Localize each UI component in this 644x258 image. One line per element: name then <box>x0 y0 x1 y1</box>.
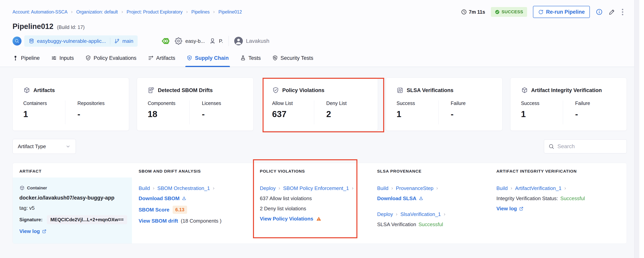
rerun-pipeline-button[interactable]: Re-run Pipeline <box>533 6 590 18</box>
chevron-right-icon <box>564 187 567 190</box>
git-branch-icon <box>114 38 120 44</box>
tab-inputs[interactable]: Inputs <box>51 50 74 67</box>
step-link[interactable]: ProvenanceStep <box>396 185 434 191</box>
artifact-type-dropdown[interactable]: Artifact Type <box>12 139 76 154</box>
tab-pipeline[interactable]: Pipeline <box>12 50 40 67</box>
stat-value: 1 <box>396 109 438 119</box>
tab-tests[interactable]: Tests <box>240 50 261 67</box>
view-log-link[interactable]: View log <box>19 228 47 234</box>
search-icon <box>548 144 554 149</box>
gear-icon <box>175 37 182 45</box>
edit-pencil-icon[interactable] <box>608 8 615 15</box>
header-actions: 7m 11s SUCCESS Re-run Pipeline <box>461 6 624 18</box>
tab-label: Security Tests <box>280 55 314 61</box>
view-log-text: View log <box>19 228 40 234</box>
signature-value[interactable]: MEQCICde2Vjl...L+2+mqnOXw== <box>47 215 127 224</box>
rerun-label: Re-run Pipeline <box>546 9 585 15</box>
trigger-pipeline-label[interactable]: easy-b... <box>185 38 205 44</box>
tab-label: Inputs <box>60 55 74 61</box>
page-title: Pipeline012 <box>12 22 53 31</box>
column-header-artifact-integrity: ARTIFACT INTEGRITY VERIFICATION <box>490 163 626 178</box>
artifacts-table: ARTIFACT SBOM AND DRIFT ANALYSIS POLICY … <box>12 163 627 244</box>
stat-value: - <box>78 109 118 119</box>
table-header-row: ARTIFACT SBOM AND DRIFT ANALYSIS POLICY … <box>13 163 626 178</box>
tab-security-tests[interactable]: Security Tests <box>272 50 314 67</box>
download-sbom-text: Download SBOM <box>138 196 180 202</box>
breadcrumb-pipeline012[interactable]: Pipeline012 <box>218 10 242 15</box>
stat-label: Repositories <box>78 100 118 106</box>
trigger-user-label: P. <box>219 38 223 44</box>
scrollbar-track[interactable] <box>634 0 639 258</box>
pipeline-icon <box>12 55 18 61</box>
step-link[interactable]: SBOM Orchestration_1 <box>158 185 210 191</box>
view-log-text: View log <box>496 206 517 212</box>
stage-link[interactable]: Deploy <box>377 211 393 217</box>
tab-policy-evaluations[interactable]: Policy Evaluations <box>85 50 136 67</box>
warning-triangle-icon <box>316 216 322 222</box>
codebase-icon <box>12 36 22 46</box>
stat-value: 1 <box>521 109 563 119</box>
user-name-label: Lavakush <box>246 38 270 44</box>
card-title: Detected SBOM Drifts <box>158 87 213 94</box>
deployment-icon <box>209 38 216 44</box>
breadcrumb-organization[interactable]: Organization: default <box>76 10 118 15</box>
step-link[interactable]: SlsaVerification_1 <box>400 211 441 217</box>
kebab-menu-icon[interactable] <box>621 8 624 16</box>
filter-row: Artifact Type <box>12 139 627 154</box>
step-link[interactable]: SBOM Policy Enforcement_1 <box>283 185 349 191</box>
search-input[interactable] <box>558 143 622 150</box>
build-id-label: (Build Id: 17) <box>57 24 85 30</box>
info-icon[interactable] <box>596 8 603 16</box>
stage-link[interactable]: Build <box>138 185 150 191</box>
flask-icon <box>240 55 246 61</box>
sbom-score-link[interactable]: SBOM Score <box>138 207 170 213</box>
tab-label: Policy Evaluations <box>94 55 136 61</box>
column-header-sbom: SBOM AND DRIFT ANALYSIS <box>132 163 253 178</box>
download-slsa-link[interactable]: Download SLSA <box>377 196 424 202</box>
stage-link[interactable]: Deploy <box>260 185 276 191</box>
chevron-right-icon <box>443 213 446 216</box>
refresh-icon <box>538 9 544 15</box>
webhook-trigger-icon <box>161 36 170 46</box>
sbom-cell: Build SBOM Orchestration_1 Download SBOM… <box>132 178 253 244</box>
drift-components-count: (18 Components ) <box>181 218 222 224</box>
breadcrumb-account[interactable]: Account: Automation-SSCA <box>12 10 68 15</box>
stat-label: Components <box>148 100 190 106</box>
repository-link[interactable]: easybuggy-vulnerable-applic... <box>37 38 106 44</box>
cube-icon <box>23 87 30 94</box>
step-link[interactable]: ArtifactVerification_1 <box>515 185 562 191</box>
slsa-icon <box>396 87 404 94</box>
column-header-artifact: ARTIFACT <box>13 163 132 178</box>
deny-list-violations: 2 Deny list violations <box>260 206 306 212</box>
card-artifact-integrity: Artifact Integrity Verification Success1… <box>510 78 627 131</box>
branch-link[interactable]: main <box>122 38 133 44</box>
column-header-slsa-provenance: SLSA PROVENANCE <box>370 163 490 178</box>
stat-value: - <box>202 109 242 119</box>
stage-link[interactable]: Build <box>377 185 388 191</box>
card-sbom-drifts: Detected SBOM Drifts Components18 Licens… <box>137 78 254 131</box>
breadcrumb-pipelines[interactable]: Pipelines <box>192 10 210 15</box>
tab-supply-chain[interactable]: Supply Chain <box>186 50 229 67</box>
stat-label: Failure <box>575 100 616 106</box>
chevron-right-icon <box>436 187 439 190</box>
view-log-link[interactable]: View log <box>496 206 524 212</box>
view-policy-violations-link[interactable]: View Policy Violations <box>260 216 314 222</box>
card-policy-violations: Policy Violations Allow List637 Deny Lis… <box>262 78 378 131</box>
chevron-down-icon <box>66 144 70 149</box>
status-text: SUCCESS <box>502 10 523 14</box>
tab-artifacts[interactable]: Artifacts <box>148 50 175 67</box>
breadcrumb-project[interactable]: Project: Product Exploratory <box>127 10 182 15</box>
chevron-right-icon <box>121 10 124 14</box>
stat-value: 1 <box>23 109 65 119</box>
user-avatar[interactable] <box>234 37 243 45</box>
download-sbom-link[interactable]: Download SBOM <box>138 196 187 202</box>
card-title: Artifact Integrity Verification <box>531 87 602 94</box>
stage-link[interactable]: Build <box>496 185 508 191</box>
breadcrumb: Account: Automation-SSCA Organization: d… <box>12 10 242 15</box>
card-title: SLSA Verifications <box>407 87 454 94</box>
chevron-right-icon <box>212 187 216 190</box>
shield-magnifier-icon <box>272 55 278 61</box>
tab-label: Artifacts <box>156 55 175 61</box>
view-sbom-drift-link[interactable]: View SBOM drift <box>138 218 178 224</box>
stat-label: Success <box>521 100 563 106</box>
